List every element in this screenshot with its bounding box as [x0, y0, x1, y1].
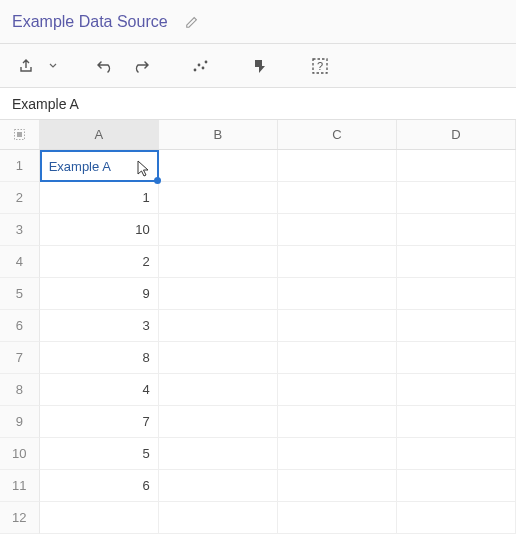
table-row: 3 10: [0, 214, 516, 246]
table-row: 10 5: [0, 438, 516, 470]
cell[interactable]: [278, 342, 397, 374]
cell[interactable]: 5: [40, 438, 159, 470]
cell[interactable]: [159, 438, 278, 470]
row-header[interactable]: 6: [0, 310, 40, 342]
title-bar: Example Data Source: [0, 0, 516, 44]
table-row: 8 4: [0, 374, 516, 406]
cell[interactable]: [278, 150, 397, 182]
row-header[interactable]: 3: [0, 214, 40, 246]
chart-icon[interactable]: [186, 52, 214, 80]
cell[interactable]: [397, 502, 516, 534]
cell[interactable]: [159, 342, 278, 374]
table-row: 1 Example A: [0, 150, 516, 182]
svg-point-3: [205, 60, 208, 63]
table-row: 7 8: [0, 342, 516, 374]
cell[interactable]: [159, 246, 278, 278]
row-header[interactable]: 1: [0, 150, 40, 182]
cell[interactable]: [159, 182, 278, 214]
row-header[interactable]: 5: [0, 278, 40, 310]
cell[interactable]: 4: [40, 374, 159, 406]
cell[interactable]: 1: [40, 182, 159, 214]
toolbar: ?: [0, 44, 516, 88]
cell[interactable]: [397, 214, 516, 246]
svg-point-2: [202, 66, 205, 69]
column-headers: A B C D: [0, 120, 516, 150]
table-row: 6 3: [0, 310, 516, 342]
cell[interactable]: [159, 310, 278, 342]
cell[interactable]: 10: [40, 214, 159, 246]
table-row: 2 1: [0, 182, 516, 214]
select-all-icon[interactable]: [0, 120, 40, 149]
cell[interactable]: [278, 310, 397, 342]
row-header[interactable]: 8: [0, 374, 40, 406]
cell[interactable]: [397, 150, 516, 182]
cell-a1[interactable]: Example A: [40, 150, 159, 182]
cell[interactable]: [40, 502, 159, 534]
cell[interactable]: [397, 406, 516, 438]
formula-bar[interactable]: Example A: [0, 88, 516, 120]
selection-handle[interactable]: [154, 177, 161, 184]
cell[interactable]: [397, 374, 516, 406]
svg-point-0: [194, 68, 197, 71]
svg-point-1: [198, 63, 201, 66]
table-row: 5 9: [0, 278, 516, 310]
cell[interactable]: [278, 374, 397, 406]
cell[interactable]: [159, 278, 278, 310]
cell[interactable]: [278, 502, 397, 534]
column-header-c[interactable]: C: [278, 120, 397, 149]
row-header[interactable]: 4: [0, 246, 40, 278]
pencil-icon[interactable]: [178, 8, 206, 36]
cursor-icon: [137, 160, 151, 178]
cell[interactable]: [278, 214, 397, 246]
cell[interactable]: [159, 406, 278, 438]
cell[interactable]: [159, 502, 278, 534]
share-icon[interactable]: [12, 52, 40, 80]
cell[interactable]: [397, 246, 516, 278]
spreadsheet-grid: A B C D 1 Example A 2 1 3 10 4 2: [0, 120, 516, 538]
undo-icon[interactable]: [92, 52, 120, 80]
cell[interactable]: [397, 438, 516, 470]
cell[interactable]: [159, 214, 278, 246]
cell[interactable]: [397, 470, 516, 502]
cell[interactable]: [278, 406, 397, 438]
row-header[interactable]: 9: [0, 406, 40, 438]
cell[interactable]: [397, 278, 516, 310]
help-icon[interactable]: ?: [306, 52, 334, 80]
row-header[interactable]: 11: [0, 470, 40, 502]
row-header[interactable]: 10: [0, 438, 40, 470]
cell[interactable]: 3: [40, 310, 159, 342]
cell[interactable]: [278, 182, 397, 214]
formula-value: Example A: [12, 96, 79, 112]
cell[interactable]: [159, 150, 278, 182]
cell[interactable]: 6: [40, 470, 159, 502]
cell[interactable]: 7: [40, 406, 159, 438]
table-row: 9 7: [0, 406, 516, 438]
row-header[interactable]: 7: [0, 342, 40, 374]
column-header-a[interactable]: A: [40, 120, 159, 149]
cell[interactable]: 9: [40, 278, 159, 310]
row-header[interactable]: 2: [0, 182, 40, 214]
cell[interactable]: [397, 182, 516, 214]
table-row: 12: [0, 502, 516, 534]
cell[interactable]: 8: [40, 342, 159, 374]
svg-text:?: ?: [317, 60, 323, 72]
cell[interactable]: [278, 438, 397, 470]
chevron-down-icon[interactable]: [46, 52, 60, 80]
cell[interactable]: [159, 470, 278, 502]
cell[interactable]: [278, 278, 397, 310]
redo-icon[interactable]: [126, 52, 154, 80]
cell[interactable]: 2: [40, 246, 159, 278]
cell[interactable]: [278, 246, 397, 278]
cell[interactable]: [159, 374, 278, 406]
svg-rect-7: [17, 132, 22, 137]
column-header-d[interactable]: D: [397, 120, 516, 149]
cell[interactable]: [397, 310, 516, 342]
cell[interactable]: [397, 342, 516, 374]
action-icon[interactable]: [246, 52, 274, 80]
column-header-b[interactable]: B: [159, 120, 278, 149]
data-source-title[interactable]: Example Data Source: [12, 13, 168, 31]
row-header[interactable]: 12: [0, 502, 40, 534]
table-row: 4 2: [0, 246, 516, 278]
table-row: 11 6: [0, 470, 516, 502]
cell[interactable]: [278, 470, 397, 502]
